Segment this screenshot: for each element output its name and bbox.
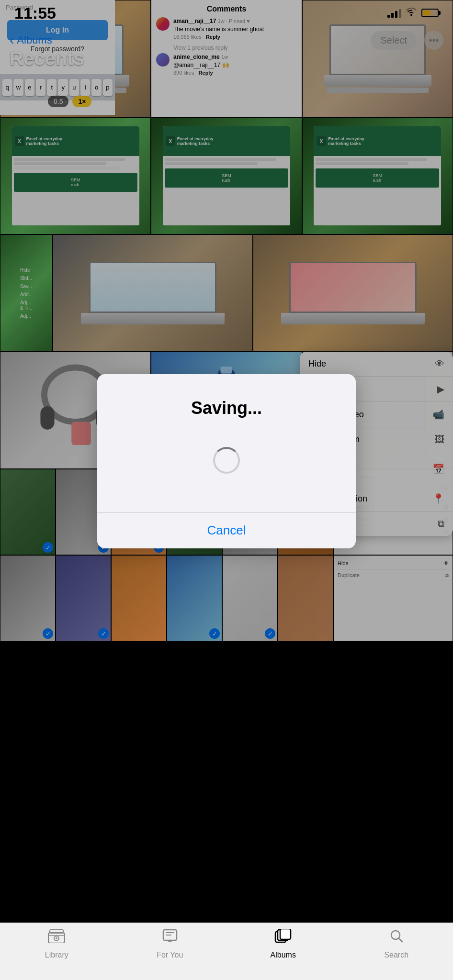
tab-library[interactable]: Library xyxy=(0,929,113,959)
loading-spinner xyxy=(213,447,240,474)
saving-modal: Saving... Cancel xyxy=(97,374,356,548)
tab-for-you[interactable]: For You xyxy=(113,929,227,959)
svg-point-14 xyxy=(56,937,57,939)
modal-overlay: Saving... Cancel xyxy=(0,0,453,923)
tab-search[interactable]: Search xyxy=(340,929,453,959)
library-label: Library xyxy=(45,951,68,959)
svg-rect-18 xyxy=(280,929,291,939)
albums-label: Albums xyxy=(271,951,296,959)
for-you-icon xyxy=(161,929,179,947)
modal-title: Saving... xyxy=(191,398,262,418)
tab-bar: Library For You Albums Sea xyxy=(0,923,453,980)
tab-albums[interactable]: Albums xyxy=(226,929,340,959)
library-icon xyxy=(48,929,65,947)
search-icon xyxy=(389,929,404,947)
search-label: Search xyxy=(384,951,408,959)
for-you-label: For You xyxy=(157,951,183,959)
cancel-button[interactable]: Cancel xyxy=(97,512,356,548)
albums-icon xyxy=(274,929,292,947)
modal-body: Saving... xyxy=(97,374,356,512)
